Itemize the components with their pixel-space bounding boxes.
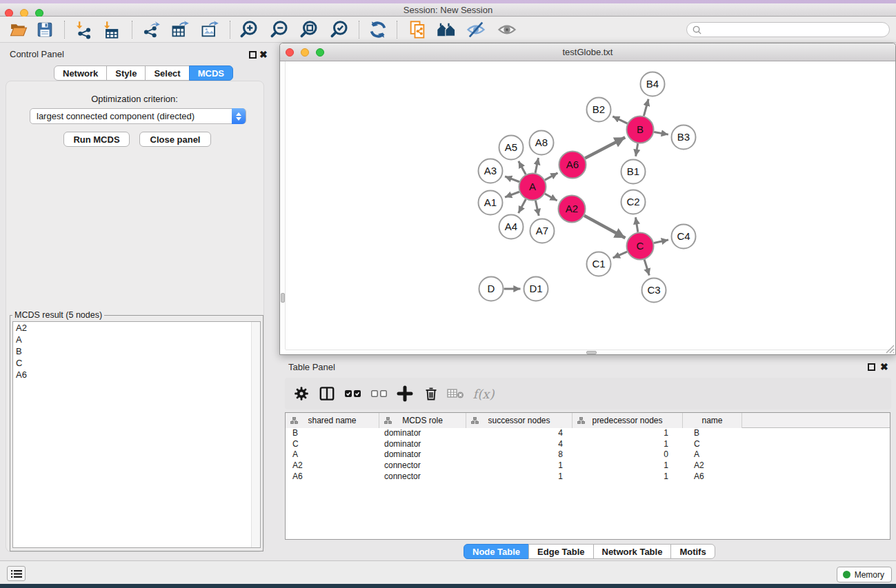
edge-C-C4[interactable] <box>654 240 668 243</box>
table-row[interactable]: A2connector11A2 <box>286 460 890 472</box>
cell-name[interactable]: A2 <box>683 460 742 472</box>
edge-A-A6[interactable] <box>545 173 558 180</box>
edge-C-C3[interactable] <box>644 260 649 276</box>
mcds-result-list[interactable]: A2ABCA6 <box>12 321 261 548</box>
edge-A-A1[interactable] <box>505 192 519 197</box>
result-item[interactable]: C <box>13 357 260 369</box>
zoom-fit-icon[interactable] <box>298 19 320 41</box>
show-columns-icon[interactable] <box>316 383 338 405</box>
resize-grip[interactable] <box>884 343 895 354</box>
cell-successor[interactable]: 4 <box>466 439 573 450</box>
cell-successor[interactable]: 4 <box>466 428 573 439</box>
cell-mcds_role[interactable]: connector <box>379 460 466 472</box>
result-item[interactable]: B <box>13 345 260 357</box>
select-all-checks-icon[interactable] <box>342 383 364 405</box>
cell-predecessor[interactable]: 0 <box>573 449 683 460</box>
cell-shared_name[interactable]: B <box>286 428 379 439</box>
deselect-all-checks-icon[interactable] <box>368 383 390 405</box>
tab-motifs[interactable]: Motifs <box>670 544 715 559</box>
tab-mcds[interactable]: MCDS <box>189 65 233 81</box>
control-panel-float-button[interactable] <box>249 51 257 59</box>
network-horizontal-scrollbar[interactable] <box>286 349 895 354</box>
cell-name[interactable]: C <box>683 439 742 450</box>
task-history-button[interactable] <box>7 566 26 581</box>
import-table-icon[interactable] <box>100 19 122 41</box>
tab-style[interactable]: Style <box>106 65 146 81</box>
table-row[interactable]: A6connector11A6 <box>286 472 890 483</box>
add-row-icon[interactable] <box>394 383 416 405</box>
column-header-successor-nodes[interactable]: successor nodes <box>466 413 573 428</box>
memory-button[interactable]: Memory <box>837 567 892 582</box>
tab-node-table[interactable]: Node Table <box>464 544 529 559</box>
edge-A-A2[interactable] <box>545 194 557 201</box>
edge-A-A7[interactable] <box>535 201 539 216</box>
column-header-predecessor-nodes[interactable]: predecessor nodes <box>573 413 683 428</box>
cell-name[interactable]: B <box>683 428 742 439</box>
cell-mcds_role[interactable]: dominator <box>379 449 466 460</box>
close-panel-button[interactable]: Close panel <box>139 132 211 147</box>
edge-A-A5[interactable] <box>519 161 526 174</box>
column-header-MCDS-role[interactable]: MCDS role <box>379 413 466 428</box>
table-panel-close-button[interactable]: ✖ <box>880 363 888 371</box>
edge-B-B4[interactable] <box>644 99 648 116</box>
edge-B-B2[interactable] <box>613 116 627 123</box>
cell-shared_name[interactable]: C <box>286 439 379 450</box>
cell-successor[interactable]: 1 <box>466 472 573 483</box>
control-panel-close-button[interactable]: ✖ <box>259 50 268 59</box>
hide-details-icon[interactable] <box>465 19 487 41</box>
cell-name[interactable]: A <box>683 449 742 460</box>
cell-predecessor[interactable]: 1 <box>573 439 683 450</box>
cell-name[interactable]: A6 <box>683 472 742 483</box>
table-row[interactable]: Adominator80A <box>286 449 890 460</box>
open-network-file-icon[interactable] <box>406 19 428 41</box>
cell-predecessor[interactable]: 1 <box>573 472 683 483</box>
search-field[interactable] <box>686 22 890 37</box>
save-session-icon[interactable] <box>34 19 56 41</box>
cell-shared_name[interactable]: A2 <box>286 460 379 472</box>
network-vertical-scrollbar[interactable] <box>280 61 286 349</box>
optimization-criterion-select[interactable]: largest connected component (directed) <box>30 108 246 124</box>
table-options-gear-icon[interactable] <box>290 383 312 405</box>
edge-A6-B[interactable] <box>585 137 625 158</box>
cell-predecessor[interactable]: 1 <box>573 428 683 439</box>
show-details-icon[interactable] <box>496 19 518 41</box>
network-graph[interactable]: B4B2BB3A5A8A6A3AB1A1C2A2A4A7CC4C1C3DD1 <box>280 61 895 354</box>
cell-predecessor[interactable]: 1 <box>573 460 683 472</box>
show-all-networks-icon[interactable] <box>435 19 457 41</box>
delete-table-icon[interactable] <box>445 383 467 405</box>
table-row[interactable]: Bdominator41B <box>286 428 890 439</box>
tab-edge-table[interactable]: Edge Table <box>528 544 593 559</box>
tab-network[interactable]: Network <box>54 65 107 81</box>
cell-shared_name[interactable]: A6 <box>286 472 379 483</box>
apply-layout-icon[interactable] <box>367 19 389 41</box>
edge-A-A4[interactable] <box>519 199 526 213</box>
function-builder-icon[interactable]: f(x) <box>472 383 495 405</box>
edge-A2-C[interactable] <box>584 216 625 238</box>
network-canvas[interactable]: B4B2BB3A5A8A6A3AB1A1C2A2A4A7CC4C1C3DD1 <box>280 61 895 354</box>
tab-network-table[interactable]: Network Table <box>593 544 672 559</box>
edge-C-C1[interactable] <box>613 252 628 258</box>
cell-successor[interactable]: 1 <box>466 460 573 472</box>
column-header-name[interactable]: name <box>683 413 742 428</box>
export-network-icon[interactable] <box>140 19 162 41</box>
tab-select[interactable]: Select <box>145 65 189 81</box>
table-panel-float-button[interactable] <box>868 363 875 371</box>
result-item[interactable]: A6 <box>13 369 260 381</box>
edge-B-B3[interactable] <box>654 132 668 135</box>
edge-B-B1[interactable] <box>636 143 638 156</box>
edge-C-C2[interactable] <box>635 217 637 232</box>
export-image-icon[interactable] <box>199 19 221 41</box>
cell-mcds_role[interactable]: dominator <box>379 428 466 439</box>
zoom-out-icon[interactable] <box>268 19 290 41</box>
zoom-in-icon[interactable] <box>238 19 260 41</box>
zoom-selected-icon[interactable] <box>328 19 350 41</box>
import-network-icon[interactable] <box>72 19 94 41</box>
cell-shared_name[interactable]: A <box>286 449 379 460</box>
edge-A-A3[interactable] <box>505 176 519 182</box>
delete-row-icon[interactable] <box>420 383 442 405</box>
result-item[interactable]: A2 <box>13 322 260 334</box>
export-table-icon[interactable] <box>169 19 191 41</box>
search-input[interactable] <box>702 25 889 34</box>
column-header-shared-name[interactable]: shared name <box>286 413 379 428</box>
open-session-icon[interactable] <box>8 19 30 41</box>
